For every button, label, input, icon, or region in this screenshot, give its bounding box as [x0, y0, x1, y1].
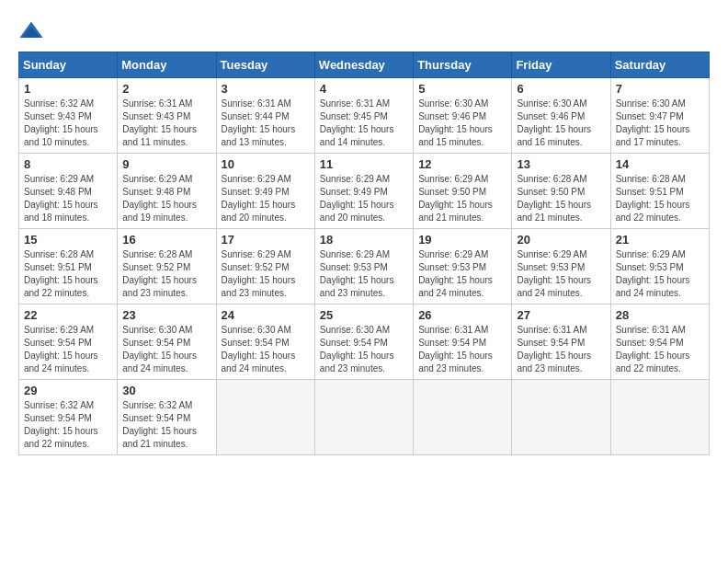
day-number: 17 [222, 233, 310, 247]
day-number: 10 [222, 157, 310, 171]
day-info: Sunrise: 6:30 AMSunset: 9:46 PMDaylight:… [517, 98, 605, 149]
day-info: Sunrise: 6:30 AMSunset: 9:54 PMDaylight:… [222, 324, 310, 375]
day-number: 1 [24, 82, 112, 96]
weekday-header-sunday: Sunday [19, 52, 118, 78]
calendar-week-3: 15Sunrise: 6:28 AMSunset: 9:51 PMDayligh… [19, 229, 710, 304]
day-number: 30 [122, 384, 210, 397]
day-info: Sunrise: 6:30 AMSunset: 9:54 PMDaylight:… [320, 324, 408, 375]
calendar-cell: 15Sunrise: 6:28 AMSunset: 9:51 PMDayligh… [19, 229, 118, 304]
calendar-cell: 12Sunrise: 6:29 AMSunset: 9:50 PMDayligh… [414, 154, 512, 229]
calendar-cell: 18Sunrise: 6:29 AMSunset: 9:53 PMDayligh… [314, 229, 413, 304]
day-info: Sunrise: 6:28 AMSunset: 9:51 PMDaylight:… [616, 173, 704, 224]
day-number: 28 [616, 308, 704, 322]
day-info: Sunrise: 6:31 AMSunset: 9:54 PMDaylight:… [418, 324, 506, 375]
day-number: 15 [24, 233, 112, 247]
calendar-cell: 17Sunrise: 6:29 AMSunset: 9:52 PMDayligh… [216, 229, 314, 304]
day-info: Sunrise: 6:29 AMSunset: 9:50 PMDaylight:… [418, 173, 506, 224]
page-header [18, 18, 710, 44]
calendar-cell: 16Sunrise: 6:28 AMSunset: 9:52 PMDayligh… [118, 229, 216, 304]
day-number: 21 [616, 233, 704, 247]
calendar-cell: 27Sunrise: 6:31 AMSunset: 9:54 PMDayligh… [512, 304, 610, 380]
day-number: 25 [320, 308, 408, 322]
day-number: 8 [24, 157, 112, 171]
day-number: 24 [222, 308, 310, 322]
day-info: Sunrise: 6:28 AMSunset: 9:52 PMDaylight:… [122, 248, 210, 300]
weekday-header-tuesday: Tuesday [216, 52, 314, 78]
day-info: Sunrise: 6:31 AMSunset: 9:43 PMDaylight:… [122, 98, 210, 149]
weekday-header-row: SundayMondayTuesdayWednesdayThursdayFrid… [19, 52, 710, 78]
weekday-header-friday: Friday [512, 52, 610, 78]
day-info: Sunrise: 6:29 AMSunset: 9:49 PMDaylight:… [222, 173, 310, 224]
calendar-cell: 20Sunrise: 6:29 AMSunset: 9:53 PMDayligh… [512, 229, 610, 304]
weekday-header-saturday: Saturday [610, 52, 709, 78]
day-number: 11 [320, 157, 408, 171]
logo [18, 18, 48, 44]
calendar-week-4: 22Sunrise: 6:29 AMSunset: 9:54 PMDayligh… [19, 304, 710, 380]
calendar-cell: 13Sunrise: 6:28 AMSunset: 9:50 PMDayligh… [512, 154, 610, 229]
calendar-week-2: 8Sunrise: 6:29 AMSunset: 9:48 PMDaylight… [19, 154, 710, 229]
day-info: Sunrise: 6:29 AMSunset: 9:49 PMDaylight:… [320, 173, 408, 224]
calendar-cell: 25Sunrise: 6:30 AMSunset: 9:54 PMDayligh… [314, 304, 413, 380]
day-number: 6 [517, 82, 605, 96]
day-number: 13 [517, 157, 605, 171]
day-number: 20 [517, 233, 605, 247]
calendar-cell: 14Sunrise: 6:28 AMSunset: 9:51 PMDayligh… [610, 154, 709, 229]
day-number: 3 [222, 82, 310, 96]
day-info: Sunrise: 6:29 AMSunset: 9:52 PMDaylight:… [222, 248, 310, 300]
calendar-cell: 19Sunrise: 6:29 AMSunset: 9:53 PMDayligh… [414, 229, 512, 304]
day-number: 27 [517, 308, 605, 322]
day-info: Sunrise: 6:28 AMSunset: 9:51 PMDaylight:… [24, 248, 112, 300]
calendar-cell [414, 380, 512, 455]
day-number: 14 [616, 157, 704, 171]
calendar-week-1: 1Sunrise: 6:32 AMSunset: 9:43 PMDaylight… [19, 78, 710, 154]
day-info: Sunrise: 6:29 AMSunset: 9:53 PMDaylight:… [320, 248, 408, 300]
day-info: Sunrise: 6:31 AMSunset: 9:45 PMDaylight:… [320, 98, 408, 149]
day-number: 18 [320, 233, 408, 247]
calendar-cell: 22Sunrise: 6:29 AMSunset: 9:54 PMDayligh… [19, 304, 118, 380]
day-info: Sunrise: 6:30 AMSunset: 9:46 PMDaylight:… [418, 98, 506, 149]
day-info: Sunrise: 6:32 AMSunset: 9:54 PMDaylight:… [24, 399, 112, 451]
day-number: 19 [418, 233, 506, 247]
calendar-cell: 24Sunrise: 6:30 AMSunset: 9:54 PMDayligh… [216, 304, 314, 380]
calendar-cell [216, 380, 314, 455]
generalblue-logo-icon [18, 18, 44, 44]
weekday-header-wednesday: Wednesday [314, 52, 413, 78]
calendar-table: SundayMondayTuesdayWednesdayThursdayFrid… [18, 52, 710, 455]
calendar-cell [512, 380, 610, 455]
day-info: Sunrise: 6:29 AMSunset: 9:53 PMDaylight:… [517, 248, 605, 300]
calendar-cell: 11Sunrise: 6:29 AMSunset: 9:49 PMDayligh… [314, 154, 413, 229]
day-info: Sunrise: 6:29 AMSunset: 9:53 PMDaylight:… [616, 248, 704, 300]
calendar-cell: 21Sunrise: 6:29 AMSunset: 9:53 PMDayligh… [610, 229, 709, 304]
day-number: 23 [122, 308, 210, 322]
calendar-cell: 29Sunrise: 6:32 AMSunset: 9:54 PMDayligh… [19, 380, 118, 455]
day-info: Sunrise: 6:29 AMSunset: 9:48 PMDaylight:… [122, 173, 210, 224]
calendar-cell: 10Sunrise: 6:29 AMSunset: 9:49 PMDayligh… [216, 154, 314, 229]
calendar-cell: 23Sunrise: 6:30 AMSunset: 9:54 PMDayligh… [118, 304, 216, 380]
day-number: 12 [418, 157, 506, 171]
day-info: Sunrise: 6:29 AMSunset: 9:54 PMDaylight:… [24, 324, 112, 375]
day-number: 7 [616, 82, 704, 96]
calendar-cell: 7Sunrise: 6:30 AMSunset: 9:47 PMDaylight… [610, 78, 709, 154]
day-info: Sunrise: 6:31 AMSunset: 9:44 PMDaylight:… [222, 98, 310, 149]
calendar-cell: 5Sunrise: 6:30 AMSunset: 9:46 PMDaylight… [414, 78, 512, 154]
calendar-cell: 4Sunrise: 6:31 AMSunset: 9:45 PMDaylight… [314, 78, 413, 154]
day-info: Sunrise: 6:30 AMSunset: 9:47 PMDaylight:… [616, 98, 704, 149]
day-number: 2 [122, 82, 210, 96]
calendar-cell: 3Sunrise: 6:31 AMSunset: 9:44 PMDaylight… [216, 78, 314, 154]
day-number: 29 [24, 384, 112, 397]
calendar-week-5: 29Sunrise: 6:32 AMSunset: 9:54 PMDayligh… [19, 380, 710, 455]
day-number: 26 [418, 308, 506, 322]
day-info: Sunrise: 6:32 AMSunset: 9:54 PMDaylight:… [122, 399, 210, 451]
calendar-cell: 1Sunrise: 6:32 AMSunset: 9:43 PMDaylight… [19, 78, 118, 154]
day-number: 9 [122, 157, 210, 171]
calendar-cell: 9Sunrise: 6:29 AMSunset: 9:48 PMDaylight… [118, 154, 216, 229]
calendar-cell: 28Sunrise: 6:31 AMSunset: 9:54 PMDayligh… [610, 304, 709, 380]
calendar-cell: 8Sunrise: 6:29 AMSunset: 9:48 PMDaylight… [19, 154, 118, 229]
day-info: Sunrise: 6:30 AMSunset: 9:54 PMDaylight:… [122, 324, 210, 375]
calendar-cell [610, 380, 709, 455]
day-number: 5 [418, 82, 506, 96]
calendar-cell: 30Sunrise: 6:32 AMSunset: 9:54 PMDayligh… [118, 380, 216, 455]
calendar-cell: 26Sunrise: 6:31 AMSunset: 9:54 PMDayligh… [414, 304, 512, 380]
day-number: 22 [24, 308, 112, 322]
day-info: Sunrise: 6:31 AMSunset: 9:54 PMDaylight:… [616, 324, 704, 375]
